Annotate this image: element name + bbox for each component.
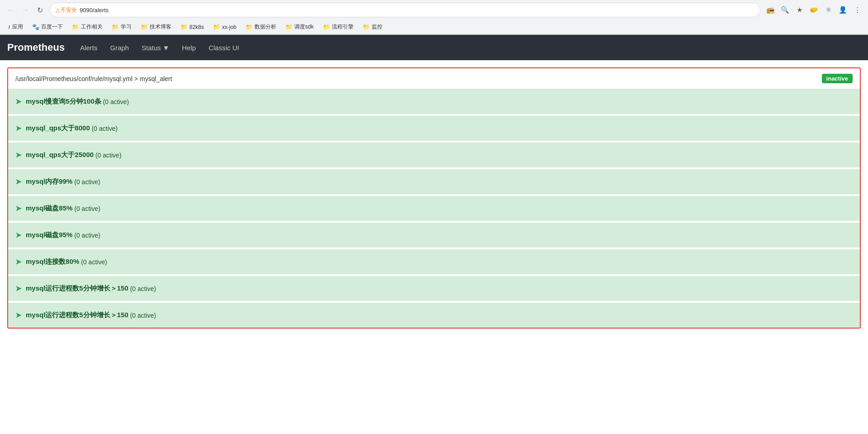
bookmark-baidu[interactable]: 🐾 百度一下 <box>28 22 66 32</box>
account-icon[interactable]: 👤 <box>836 4 849 16</box>
main-content: /usr/local/Prometheus/conf/rule/mysql.ym… <box>0 60 868 434</box>
bookmark-dataanalysis[interactable]: 📁 数据分析 <box>242 22 280 32</box>
alert-item[interactable]: ➤ mysql内存99% (0 active) <box>8 169 860 196</box>
alert-count: (0 active) <box>92 125 118 132</box>
inactive-badge: inactive <box>822 74 853 83</box>
nav-alerts[interactable]: Alerts <box>74 40 104 55</box>
alert-count: (0 active) <box>103 98 129 105</box>
alert-count: (0 active) <box>95 152 122 159</box>
bookmark-82k8s[interactable]: 📁 82k8s <box>177 23 208 31</box>
chevron-right-icon: ➤ <box>15 284 21 293</box>
alert-count: (0 active) <box>81 258 107 266</box>
extensions-icon[interactable]: 🤛 <box>807 4 820 16</box>
chevron-right-icon: ➤ <box>15 231 21 239</box>
folder-icon: 📁 <box>363 24 370 30</box>
reload-button[interactable]: ↻ <box>33 4 46 16</box>
security-warning: △ 不安全 <box>56 6 77 14</box>
alert-item[interactable]: ➤ mysql连接数80% (0 active) <box>8 249 860 276</box>
bookmark-techblog[interactable]: 📁 技术博客 <box>137 22 175 32</box>
bookmarks-bar: ≀ 应用 🐾 百度一下 📁 工作相关 📁 学习 📁 技术博客 📁 82k8s 📁… <box>0 20 868 34</box>
bookmark-apps[interactable]: ≀ 应用 <box>5 22 27 32</box>
baidu-icon: 🐾 <box>32 24 39 30</box>
bookmark-schedulesdk[interactable]: 📁 调度sdk <box>282 22 317 32</box>
folder-icon: 📁 <box>112 24 119 30</box>
browser-toolbar: ← → ↻ △ 不安全 9090/alerts 📻 🔍 ★ 🤛 ⚛ 👤 ⋮ <box>0 0 868 20</box>
prometheus-logo: Prometheus <box>7 42 65 53</box>
alert-name: mysql运行进程数5分钟增长＞150 <box>26 284 128 293</box>
alert-item[interactable]: ➤ mysql_qps大于25000 (0 active) <box>8 143 860 169</box>
folder-icon: 📁 <box>245 24 253 30</box>
alert-group-container: /usr/local/Prometheus/conf/rule/mysql.ym… <box>7 67 861 329</box>
folder-icon: 📁 <box>323 24 330 30</box>
alert-count: (0 active) <box>74 178 100 186</box>
prometheus-navbar: Prometheus Alerts Graph Status ▼ Help Cl… <box>0 35 868 60</box>
folder-icon: 📁 <box>285 24 292 30</box>
apps-grid-icon: ≀ <box>8 24 10 30</box>
bookmark-work[interactable]: 📁 工作相关 <box>68 22 106 32</box>
alert-list: ➤ mysql慢查询5分钟100条 (0 active) ➤ mysql_qps… <box>8 89 860 328</box>
browser-icons: 📻 🔍 ★ 🤛 ⚛ 👤 ⋮ <box>764 4 863 16</box>
folder-icon: 📁 <box>180 24 188 30</box>
alert-name: mysql连接数80% <box>26 258 79 266</box>
alert-item[interactable]: ➤ mysql磁盘85% (0 active) <box>8 196 860 223</box>
file-path-row: /usr/local/Prometheus/conf/rule/mysql.ym… <box>8 68 860 89</box>
alert-name: mysql磁盘95% <box>26 231 72 239</box>
address-bar[interactable]: △ 不安全 9090/alerts <box>50 3 760 17</box>
chevron-right-icon: ➤ <box>15 151 21 159</box>
chevron-right-icon: ➤ <box>15 204 21 213</box>
chevron-right-icon: ➤ <box>15 258 21 266</box>
alert-name: mysql内存99% <box>26 177 72 186</box>
nav-status[interactable]: Status ▼ <box>135 40 175 55</box>
alert-name: mysql_qps大于25000 <box>26 151 94 159</box>
bookmark-xxjob[interactable]: 📁 xx-job <box>209 23 240 31</box>
nav-classic-ui[interactable]: Classic UI <box>202 40 245 55</box>
alert-count: (0 active) <box>130 312 156 319</box>
alert-name: mysql运行进程数5分钟增长＞150 <box>26 311 128 320</box>
translate-icon[interactable]: 📻 <box>764 4 777 16</box>
alert-item[interactable]: ➤ mysql磁盘95% (0 active) <box>8 223 860 249</box>
forward-button[interactable]: → <box>19 4 32 16</box>
alert-count: (0 active) <box>130 285 156 292</box>
chevron-right-icon: ➤ <box>15 311 21 320</box>
nav-graph[interactable]: Graph <box>104 40 136 55</box>
nav-help[interactable]: Help <box>176 40 203 55</box>
menu-icon[interactable]: ⋮ <box>851 4 863 16</box>
folder-icon: 📁 <box>72 24 79 30</box>
dropdown-arrow-icon: ▼ <box>163 44 170 52</box>
alert-count: (0 active) <box>74 205 100 212</box>
bookmark-study[interactable]: 📁 学习 <box>108 22 135 32</box>
bookmark-workflow[interactable]: 📁 流程引擎 <box>319 22 357 32</box>
file-path: /usr/local/Prometheus/conf/rule/mysql.ym… <box>15 75 172 82</box>
nav-buttons: ← → ↻ <box>5 4 46 16</box>
bookmark-icon[interactable]: ★ <box>793 4 806 16</box>
bookmark-monitor[interactable]: 📁 监控 <box>359 22 386 32</box>
alert-count: (0 active) <box>74 232 100 239</box>
folder-icon: 📁 <box>213 24 220 30</box>
chevron-right-icon: ➤ <box>15 97 21 106</box>
zoom-icon[interactable]: 🔍 <box>778 4 791 16</box>
alert-item[interactable]: ➤ mysql慢查询5分钟100条 (0 active) <box>8 89 860 116</box>
puzzle-icon[interactable]: ⚛ <box>822 4 835 16</box>
alert-name: mysql慢查询5分钟100条 <box>26 97 101 106</box>
alert-name: mysql_qps大于8000 <box>26 124 90 133</box>
chevron-right-icon: ➤ <box>15 124 21 133</box>
back-button[interactable]: ← <box>5 4 17 16</box>
alert-item[interactable]: ➤ mysql运行进程数5分钟增长＞150 (0 active) <box>8 276 860 303</box>
url-display: 9090/alerts <box>80 7 108 14</box>
chevron-right-icon: ➤ <box>15 177 21 186</box>
alert-item[interactable]: ➤ mysql_qps大于8000 (0 active) <box>8 116 860 143</box>
browser-chrome: ← → ↻ △ 不安全 9090/alerts 📻 🔍 ★ 🤛 ⚛ 👤 ⋮ ≀ … <box>0 0 868 35</box>
alert-name: mysql磁盘85% <box>26 204 72 213</box>
alert-item[interactable]: ➤ mysql运行进程数5分钟增长＞150 (0 active) <box>8 303 860 328</box>
folder-icon: 📁 <box>141 24 148 30</box>
nav-links: Alerts Graph Status ▼ Help Classic UI <box>74 40 245 55</box>
